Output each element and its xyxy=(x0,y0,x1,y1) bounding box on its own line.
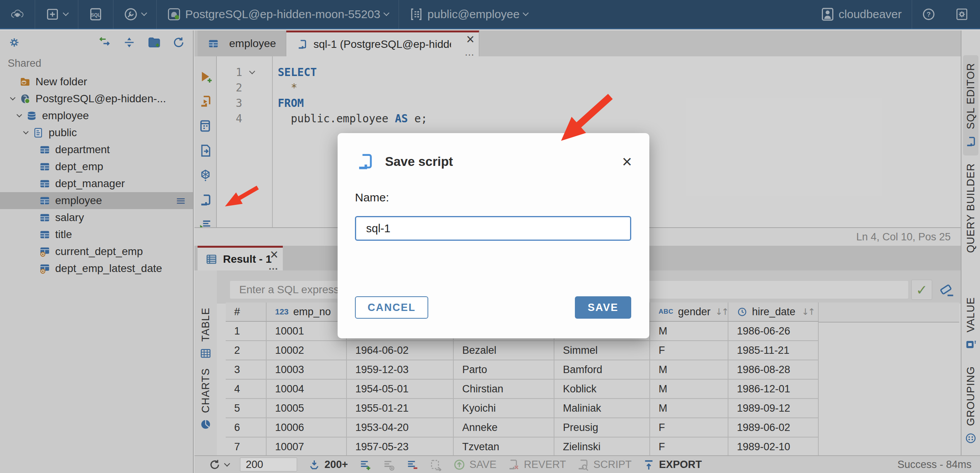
save-button[interactable]: SAVE xyxy=(575,296,631,319)
dialog-title: Save script xyxy=(385,154,453,169)
save-script-icon xyxy=(355,152,375,172)
save-script-dialog: Save script × Name: CANCEL SAVE xyxy=(338,133,649,338)
close-icon[interactable]: × xyxy=(622,153,632,170)
name-label: Name: xyxy=(355,191,389,204)
script-name-input[interactable] xyxy=(355,216,631,241)
cancel-button[interactable]: CANCEL xyxy=(355,296,428,319)
